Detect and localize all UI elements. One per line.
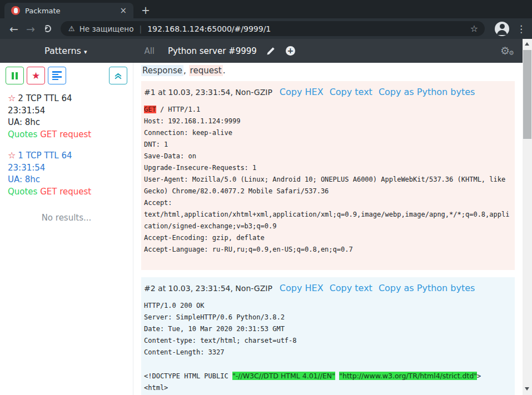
tab-title: Packmate bbox=[25, 7, 117, 15]
packet-line: GET / HTTP/1.1 bbox=[144, 104, 512, 116]
packet-line: User-Agent: Mozilla/5.0 (Linux; Android … bbox=[144, 174, 512, 197]
back-icon[interactable]: ← bbox=[6, 23, 22, 35]
new-tab-icon[interactable]: + bbox=[141, 4, 150, 16]
summary-highlight-pink: request bbox=[189, 65, 223, 76]
no-results-label: No results... bbox=[6, 213, 127, 223]
not-secure-warning-icon[interactable]: ⚠ bbox=[68, 24, 75, 33]
packet-text: Content-Length: 3327 bbox=[144, 348, 225, 356]
stream-entry[interactable]: ☆1 TCP TTL 6423:31:54UA: 8hcQuotes GET r… bbox=[8, 149, 127, 198]
edit-pattern-icon[interactable] bbox=[266, 47, 275, 56]
stream-title: 1 TCP TTL 64 bbox=[18, 151, 72, 161]
scroll-up-arrow[interactable] bbox=[525, 42, 529, 46]
stream-tags: Quotes GET request bbox=[8, 186, 127, 198]
packet-line: Accept: text/html,application/xhtml+xml,… bbox=[144, 197, 512, 232]
packet-line bbox=[144, 358, 512, 370]
scrollbar-thumb[interactable] bbox=[523, 50, 531, 139]
stream-detail-panel: Response, request. #1 at 10.03, 23:31:54… bbox=[133, 63, 523, 395]
pause-capture-button[interactable] bbox=[6, 67, 24, 84]
packet-text: Content-type: text/html; charset=utf-8 bbox=[144, 337, 297, 344]
packet-text: <!DOCTYPE HTML PUBLIC bbox=[144, 372, 232, 380]
url-bar[interactable]: ⚠ Не защищено | 192.168.1.124:65000/#/99… bbox=[61, 21, 485, 36]
chevron-down-icon: ▾ bbox=[84, 48, 87, 56]
packet-line: Content-Length: 3327 bbox=[144, 347, 512, 358]
stream-time: 23:31:54 bbox=[8, 105, 127, 117]
match-highlight-green: "-//W3C//DTD HTML 4.01//EN" bbox=[232, 372, 335, 380]
stream-user-agent: UA: 8hc bbox=[8, 117, 127, 129]
copy-link[interactable]: Copy HEX bbox=[280, 87, 324, 97]
packet-line: <html> bbox=[144, 382, 512, 394]
packet-line: Connection: keep-alive bbox=[144, 127, 512, 139]
bookmark-star-icon[interactable]: ☆ bbox=[470, 23, 478, 34]
favorite-star-icon[interactable]: ☆ bbox=[8, 150, 16, 161]
stream-user-agent: UA: 8hc bbox=[8, 174, 127, 186]
packet-line: Server: SimpleHTTP/0.6 Python/3.8.2 bbox=[144, 312, 512, 323]
patterns-menu[interactable]: Patterns▾ bbox=[44, 46, 87, 56]
copy-link[interactable]: Copy as Python bytes bbox=[379, 283, 475, 293]
refresh-icon[interactable] bbox=[44, 25, 51, 32]
summary-text: . bbox=[223, 66, 226, 76]
tag-green: Quotes bbox=[8, 129, 37, 139]
packet-text: <html> bbox=[144, 384, 168, 392]
stream-entry-title-line: ☆2 TCP TTL 64 bbox=[8, 92, 127, 105]
forward-icon[interactable]: → bbox=[22, 23, 39, 35]
stream-title: 2 TCP TTL 64 bbox=[18, 93, 72, 103]
collapse-panel-button[interactable] bbox=[109, 67, 127, 84]
omnibox-separator: | bbox=[139, 24, 142, 33]
packet-text: Connection: keep-alive bbox=[144, 129, 232, 137]
list-view-button[interactable] bbox=[48, 67, 66, 84]
packet-text: Upgrade-Insecure-Requests: 1 bbox=[144, 164, 256, 172]
packet-line: HTTP/1.0 200 OK bbox=[144, 300, 512, 312]
add-pattern-icon[interactable]: + bbox=[286, 46, 295, 56]
stream-list: ☆2 TCP TTL 6423:31:54UA: 8hcQuotes GET r… bbox=[6, 92, 127, 198]
packet-line: Save-Data: on bbox=[144, 151, 512, 162]
browser-tab[interactable]: Packmate × bbox=[4, 3, 133, 18]
packet-text: DNT: 1 bbox=[144, 141, 168, 148]
vertical-scrollbar[interactable] bbox=[523, 39, 532, 395]
security-label[interactable]: Не защищено bbox=[79, 24, 134, 33]
packet-header-row: #2 at 10.03, 23:31:54, Non-GZIPCopy HEXC… bbox=[144, 283, 512, 293]
favorites-filter-button[interactable]: ★ bbox=[27, 67, 45, 84]
browser-menu-icon[interactable]: ⋮ bbox=[516, 23, 524, 34]
packet-header-row: #1 at 10.03, 23:31:54, Non-GZIPCopy HEXC… bbox=[144, 87, 512, 97]
stream-time: 23:31:54 bbox=[8, 162, 127, 174]
packet-body: GET / HTTP/1.1Host: 192.168.1.124:9999Co… bbox=[144, 104, 512, 256]
match-highlight-red: GET bbox=[144, 106, 156, 113]
packet-line: DNT: 1 bbox=[144, 139, 512, 151]
copy-link[interactable]: Copy HEX bbox=[280, 283, 324, 293]
app-navbar: Patterns▾ All Python server #9999 + ⚙ ⚙ bbox=[0, 39, 523, 63]
copy-link[interactable]: Copy as Python bytes bbox=[379, 87, 475, 97]
settings-gears-icon[interactable]: ⚙ ⚙ bbox=[500, 44, 515, 58]
packet-header: #1 at 10.03, 23:31:54, Non-GZIP bbox=[144, 88, 272, 97]
summary-text: , bbox=[183, 66, 189, 76]
packet-text: Accept-Language: ru-RU,ru;q=0.9,en-US;q=… bbox=[144, 246, 353, 253]
match-highlight-green: "http://www.w3.org/TR/html4/strict.dtd" bbox=[339, 372, 477, 380]
packet-line: Content-type: text/html; charset=utf-8 bbox=[144, 335, 512, 347]
packmate-favicon bbox=[11, 6, 20, 15]
scroll-down-arrow[interactable] bbox=[525, 387, 529, 391]
profile-avatar[interactable] bbox=[495, 22, 509, 36]
tag-red: GET request bbox=[40, 187, 91, 197]
packet-line: Date: Tue, 10 Mar 2020 20:31:53 GMT bbox=[144, 323, 512, 335]
packet-text: Host: 192.168.1.124:9999 bbox=[144, 117, 240, 125]
packet-text: Save-Data: on bbox=[144, 152, 196, 160]
tab-all-streams[interactable]: All bbox=[144, 46, 155, 56]
copy-link[interactable]: Copy text bbox=[330, 283, 372, 293]
copy-link[interactable]: Copy text bbox=[330, 87, 372, 97]
found-terms-summary: Response, request. bbox=[141, 66, 515, 76]
packet-line: <!DOCTYPE HTML PUBLIC "-//W3C//DTD HTML … bbox=[144, 370, 512, 382]
stream-tags: Quotes GET request bbox=[8, 129, 127, 141]
packet-line: Host: 192.168.1.124:9999 bbox=[144, 116, 512, 127]
packet-line: Accept-Language: ru-RU,ru;q=0.9,en-US;q=… bbox=[144, 244, 512, 256]
packet-request: #1 at 10.03, 23:31:54, Non-GZIPCopy HEXC… bbox=[141, 81, 515, 270]
browser-toolbar: ← → ⚠ Не защищено | 192.168.1.124:65000/… bbox=[0, 18, 532, 39]
url-text[interactable]: 192.168.1.124:65000/#/9999/1 bbox=[147, 24, 470, 33]
pause-icon bbox=[12, 72, 18, 79]
stream-entry-title-line: ☆1 TCP TTL 64 bbox=[8, 149, 127, 162]
packet-response: #2 at 10.03, 23:31:54, Non-GZIPCopy HEXC… bbox=[141, 277, 515, 395]
tab-current-pattern[interactable]: Python server #9999 bbox=[168, 46, 257, 56]
stream-entry[interactable]: ☆2 TCP TTL 6423:31:54UA: 8hcQuotes GET r… bbox=[8, 92, 127, 141]
close-tab-icon[interactable]: × bbox=[117, 6, 129, 16]
packet-text: > bbox=[477, 372, 481, 380]
favorite-star-icon[interactable]: ☆ bbox=[8, 93, 16, 103]
packet-text: Date: Tue, 10 Mar 2020 20:31:53 GMT bbox=[144, 325, 285, 333]
